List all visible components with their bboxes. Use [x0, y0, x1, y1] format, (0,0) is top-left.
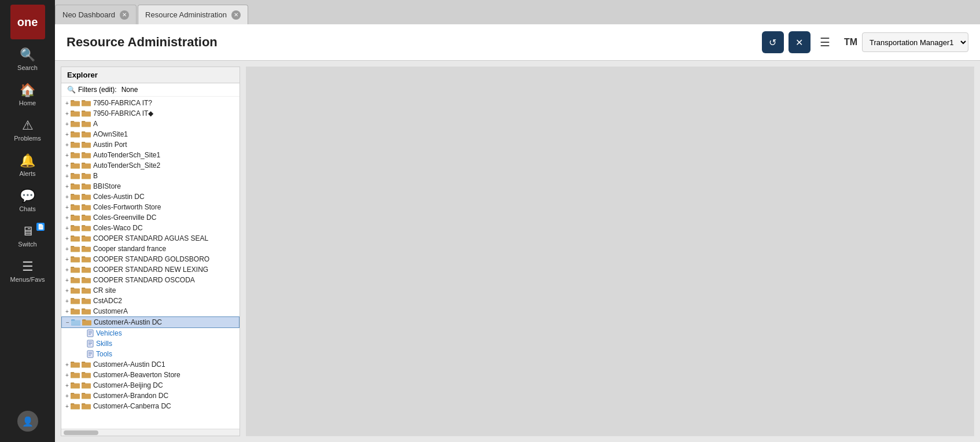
tree-expand-7950-fabrica-it1[interactable]: +: [64, 100, 71, 106]
tree-expand-cr-site[interactable]: +: [64, 287, 71, 294]
folder-icon2-7950-fabrica-it2: [82, 110, 91, 117]
tree-expand-skills[interactable]: [80, 340, 87, 347]
tree-expand-autotendersch-site2[interactable]: +: [64, 162, 71, 169]
tree-expand-customera-canberra-dc[interactable]: +: [64, 403, 71, 410]
tree-item-coles-fortworth-store[interactable]: + Coles-Fortworth Store: [61, 202, 240, 212]
tree-item-customera-beaverton-store[interactable]: + CustomerA-Beaverton Store: [61, 370, 240, 380]
tree-item-b[interactable]: + B: [61, 171, 240, 181]
tree-expand-customera-austin-dc1[interactable]: +: [64, 361, 71, 368]
tree-item-bbistore[interactable]: + BBIStore: [61, 181, 240, 191]
explorer-tree[interactable]: + 7950-FABRICA IT?+ 7950-FABRICA IT◆+ A+…: [61, 97, 240, 429]
tree-expand-austin-port[interactable]: +: [64, 141, 71, 148]
tree-expand-cooper-std-new-lexing[interactable]: +: [64, 266, 71, 273]
app-logo: one: [10, 5, 45, 39]
svg-rect-125: [82, 310, 91, 314]
tree-item-vehicles[interactable]: Vehicles: [61, 328, 240, 338]
tree-item-tools[interactable]: Tools: [61, 349, 240, 359]
sidebar-item-menus[interactable]: ☰ Menus/Favs: [0, 253, 55, 289]
sidebar-item-user[interactable]: 👤: [0, 405, 55, 437]
tree-expand-7950-fabrica-it2[interactable]: +: [64, 110, 71, 117]
tree-item-customera[interactable]: + CustomerA: [61, 306, 240, 316]
tree-item-cstadc2[interactable]: + CstADC2: [61, 296, 240, 306]
tree-item-customera-austin-dc1[interactable]: + CustomerA-Austin DC1: [61, 359, 240, 370]
tree-expand-aownsite1[interactable]: +: [64, 131, 71, 138]
sidebar-item-switch[interactable]: 🖥 📄 Switch: [0, 218, 55, 253]
horizontal-scrollbar[interactable]: [61, 429, 240, 436]
tree-expand-vehicles[interactable]: [80, 330, 87, 337]
tree-item-customera-beijing-dc[interactable]: + CustomerA-Beijing DC: [61, 380, 240, 391]
tree-expand-customera[interactable]: +: [64, 308, 71, 315]
tree-label-customera-canberra-dc: CustomerA-Canberra DC: [93, 402, 171, 410]
sidebar-item-chats[interactable]: 💬 Chats: [0, 183, 55, 218]
tree-expand-customera-beaverton-store[interactable]: +: [64, 371, 71, 378]
tree-item-cooper-std-oscoda[interactable]: + COOPER STANDARD OSCODA: [61, 275, 240, 285]
sidebar-item-problems[interactable]: ⚠ Problems: [0, 112, 55, 148]
tree-expand-coles-austin-dc[interactable]: +: [64, 193, 71, 200]
folder-icon-cooper-std-oscoda: [71, 277, 80, 283]
tree-item-skills[interactable]: Skills: [61, 338, 240, 349]
tree-item-coles-waco-dc[interactable]: + Coles-Waco DC: [61, 223, 240, 233]
user-avatar: 👤: [17, 411, 38, 432]
folder-icon2-customera-brandon-dc: [82, 392, 91, 399]
tree-item-coles-austin-dc[interactable]: + Coles-Austin DC: [61, 191, 240, 202]
tree-label-cooper-std-france: Cooper standard france: [93, 245, 166, 253]
tree-expand-coles-waco-dc[interactable]: +: [64, 224, 71, 231]
folder-icon2-autotendersch-site2: [82, 162, 91, 169]
svg-rect-152: [71, 373, 80, 378]
tree-expand-autotendersch-site1[interactable]: +: [64, 152, 71, 159]
tree-expand-coles-greenville-dc[interactable]: +: [64, 214, 71, 221]
tab-neo-dashboard[interactable]: Neo Dashboard ✕: [55, 5, 137, 24]
tree-expand-cstadc2[interactable]: +: [64, 297, 71, 304]
tree-item-a[interactable]: + A: [61, 119, 240, 129]
tree-item-austin-port[interactable]: + Austin Port: [61, 139, 240, 150]
tree-item-cooper-std-new-lexing[interactable]: + COOPER STANDARD NEW LEXING: [61, 264, 240, 275]
tree-item-cr-site[interactable]: + CR site: [61, 285, 240, 296]
svg-rect-158: [71, 384, 80, 388]
tree-expand-cooper-std-goldsboro[interactable]: +: [64, 256, 71, 263]
sidebar-item-chats-label: Chats: [19, 205, 36, 212]
folder-icon-cstadc2: [71, 297, 80, 304]
sidebar-item-alerts[interactable]: 🔔 Alerts: [0, 148, 55, 183]
tree-item-autotendersch-site2[interactable]: + AutoTenderSch_Site2: [61, 160, 240, 171]
tree-item-coles-greenville-dc[interactable]: + Coles-Greenville DC: [61, 212, 240, 223]
transportation-manager-dropdown[interactable]: Transportation Manager1: [862, 32, 968, 52]
tree-expand-customera-brandon-dc[interactable]: +: [64, 392, 71, 399]
tree-expand-bbistore[interactable]: +: [64, 183, 71, 190]
tree-expand-cooper-std-france[interactable]: +: [64, 245, 71, 252]
tree-expand-tools[interactable]: [80, 351, 87, 358]
tree-item-7950-fabrica-it2[interactable]: + 7950-FABRICA IT◆: [61, 108, 240, 119]
close-button[interactable]: ✕: [789, 31, 810, 53]
svg-rect-104: [71, 278, 80, 283]
tab-resource-administration-close[interactable]: ✕: [231, 10, 241, 20]
tab-resource-administration[interactable]: Resource Administration ✕: [138, 5, 248, 24]
tree-item-customera-brandon-dc[interactable]: + CustomerA-Brandon DC: [61, 391, 240, 401]
tree-label-customera-austin-dc1: CustomerA-Austin DC1: [93, 360, 165, 369]
tab-neo-dashboard-close[interactable]: ✕: [120, 10, 129, 20]
tree-expand-a[interactable]: +: [64, 120, 71, 127]
tree-item-cooper-std-goldsboro[interactable]: + COOPER STANDARD GOLDSBORO: [61, 254, 240, 264]
tree-expand-customera-beijing-dc[interactable]: +: [64, 382, 71, 389]
folder-icon2-coles-greenville-dc: [82, 214, 91, 221]
tree-expand-coles-fortworth-store[interactable]: +: [64, 204, 71, 211]
tree-item-customera-austin-dc[interactable]: − CustomerA-Austin DC: [61, 316, 240, 328]
tree-item-7950-fabrica-it1[interactable]: + 7950-FABRICA IT?: [61, 98, 240, 108]
folder-icon-customera-beaverton-store: [71, 371, 80, 378]
folder-icon-coles-waco-dc: [71, 224, 80, 231]
tree-item-autotendersch-site1[interactable]: + AutoTenderSch_Site1: [61, 150, 240, 160]
sidebar-item-search[interactable]: 🔍 Search: [0, 42, 55, 77]
tree-item-cooper-std-france[interactable]: + Cooper standard france: [61, 244, 240, 254]
sidebar-item-home[interactable]: 🏠 Home: [0, 77, 55, 112]
svg-rect-32: [71, 153, 80, 158]
tree-item-cooper-std-aguas[interactable]: + COOPER STANDARD AGUAS SEAL: [61, 233, 240, 244]
tree-item-customera-canberra-dc[interactable]: + CustomerA-Canberra DC: [61, 401, 240, 411]
refresh-button[interactable]: ↺: [762, 31, 784, 53]
tree-expand-customera-austin-dc[interactable]: −: [64, 319, 71, 326]
tree-expand-cooper-std-aguas[interactable]: +: [64, 235, 71, 242]
folder-icon-cr-site: [71, 287, 80, 294]
tree-expand-b[interactable]: +: [64, 172, 71, 179]
hamburger-button[interactable]: ☰: [815, 33, 835, 51]
tree-item-aownsite1[interactable]: + AOwnSite1: [61, 129, 240, 139]
sidebar-item-problems-label: Problems: [14, 135, 40, 142]
tree-expand-cooper-std-oscoda[interactable]: +: [64, 277, 71, 283]
svg-rect-164: [71, 394, 80, 399]
